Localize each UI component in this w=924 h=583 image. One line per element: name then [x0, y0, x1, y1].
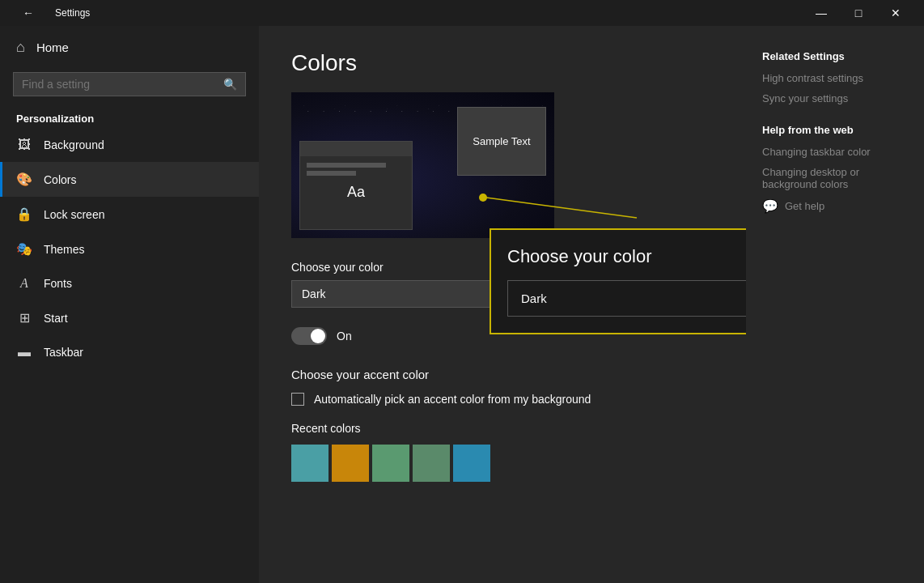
- sidebar-item-label: Taskbar: [44, 346, 83, 359]
- start-icon: ⊞: [16, 310, 32, 326]
- preview-window-body: Aa: [300, 156, 412, 207]
- svg-point-0: [479, 194, 487, 202]
- swatch-4[interactable]: [453, 445, 490, 482]
- help-link-1[interactable]: Changing desktop or background colors: [762, 166, 908, 190]
- connector-dot-container: [475, 165, 653, 233]
- transparency-toggle[interactable]: [291, 327, 327, 345]
- search-input[interactable]: [22, 78, 217, 91]
- recent-colors-label: Recent colors: [291, 422, 714, 435]
- svg-line-1: [486, 198, 637, 218]
- toggle-knob: [311, 329, 325, 343]
- tooltip-overlay: Choose your color Dark ▾: [490, 228, 746, 334]
- page-title: Colors: [291, 50, 714, 76]
- lock-icon: 🔒: [16, 206, 32, 222]
- tooltip-title: Choose your color: [507, 246, 746, 267]
- sidebar-item-background[interactable]: 🖼 Background: [0, 128, 259, 162]
- taskbar-icon: ▬: [16, 345, 32, 360]
- sidebar-item-label: Lock screen: [44, 208, 104, 221]
- help-link-0[interactable]: Changing taskbar color: [762, 146, 908, 158]
- titlebar-left: ← Settings: [10, 0, 90, 26]
- related-title: Related Settings: [762, 50, 908, 62]
- swatch-1[interactable]: [332, 445, 369, 482]
- tooltip-dropdown-value: Dark: [521, 292, 547, 305]
- minimize-button[interactable]: —: [803, 0, 840, 26]
- content-area: Colors · · · · · · · · · · ·: [259, 26, 924, 583]
- fonts-icon: A: [16, 276, 32, 291]
- sidebar-home-label: Home: [36, 40, 69, 54]
- preview-line-2: [307, 171, 356, 176]
- sidebar-item-label: Background: [44, 138, 104, 151]
- sidebar-item-fonts[interactable]: A Fonts: [0, 266, 259, 300]
- auto-accent-checkbox[interactable]: [291, 393, 304, 406]
- maximize-button[interactable]: □: [840, 0, 877, 26]
- colors-icon: 🎨: [16, 172, 32, 187]
- search-icon: 🔍: [223, 78, 237, 91]
- preview-window: Aa: [299, 141, 413, 230]
- sidebar-item-label: Themes: [44, 243, 85, 256]
- sidebar-item-colors[interactable]: 🎨 Colors: [0, 162, 259, 197]
- help-title: Help from the web: [762, 124, 908, 136]
- tooltip-box: Choose your color Dark ▾: [490, 228, 746, 334]
- main-content: Colors · · · · · · · · · · ·: [259, 26, 746, 583]
- sidebar-item-lock-screen[interactable]: 🔒 Lock screen: [0, 197, 259, 232]
- sidebar-home[interactable]: ⌂ Home: [0, 26, 259, 69]
- tooltip-dropdown[interactable]: Dark ▾: [507, 280, 746, 317]
- color-dropdown[interactable]: Dark ▾: [291, 280, 510, 308]
- themes-icon: 🎭: [16, 241, 32, 257]
- preview-sample-text: Sample Text: [473, 135, 530, 147]
- swatch-3[interactable]: [413, 445, 450, 482]
- sidebar-item-taskbar[interactable]: ▬ Taskbar: [0, 335, 259, 369]
- close-button[interactable]: ✕: [877, 0, 914, 26]
- search-box[interactable]: 🔍: [13, 72, 246, 96]
- sidebar-item-label: Fonts: [44, 277, 72, 290]
- preview-line-1: [307, 163, 386, 168]
- get-help-label[interactable]: Get help: [785, 200, 824, 212]
- preview-window-titlebar: [300, 142, 412, 156]
- related-link-1[interactable]: Sync your settings: [762, 92, 908, 104]
- home-icon: ⌂: [16, 39, 25, 56]
- sidebar: ⌂ Home 🔍 Personalization 🖼 Background 🎨 …: [0, 26, 259, 583]
- connector-line-svg: [475, 165, 653, 230]
- right-panel: Related Settings High contrast settings …: [746, 26, 924, 583]
- titlebar-controls: — □ ✕: [803, 0, 914, 26]
- swatch-2[interactable]: [372, 445, 409, 482]
- sidebar-item-start[interactable]: ⊞ Start: [0, 300, 259, 335]
- color-dropdown-value: Dark: [302, 287, 326, 300]
- sidebar-item-label: Colors: [44, 173, 76, 186]
- transparency-label: On: [337, 330, 352, 343]
- background-icon: 🖼: [16, 138, 32, 152]
- related-link-0[interactable]: High contrast settings: [762, 72, 908, 84]
- back-button[interactable]: ←: [10, 0, 47, 26]
- swatch-0[interactable]: [291, 445, 328, 482]
- color-swatches: [291, 445, 714, 482]
- auto-accent-label: Automatically pick an accent color from …: [314, 393, 591, 406]
- sidebar-section-title: Personalization: [0, 106, 259, 128]
- preview-aa: Aa: [307, 184, 405, 201]
- accent-title: Choose your accent color: [291, 368, 714, 381]
- get-help-row: 💬 Get help: [762, 198, 908, 214]
- app-body: ⌂ Home 🔍 Personalization 🖼 Background 🎨 …: [0, 26, 924, 583]
- titlebar: ← Settings — □ ✕: [0, 0, 924, 26]
- auto-accent-row: Automatically pick an accent color from …: [291, 393, 714, 406]
- sidebar-item-label: Start: [44, 312, 68, 325]
- sidebar-item-themes[interactable]: 🎭 Themes: [0, 232, 259, 266]
- titlebar-title: Settings: [55, 7, 90, 19]
- get-help-icon: 💬: [762, 198, 778, 214]
